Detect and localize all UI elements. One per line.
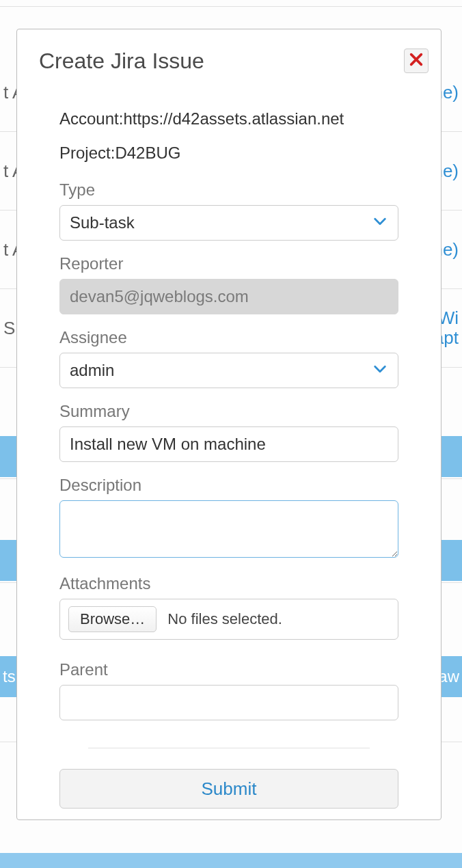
account-label: Account: <box>59 109 123 128</box>
reporter-label: Reporter <box>59 254 398 273</box>
bg-text: ts <box>3 667 16 686</box>
reporter-field <box>59 279 398 314</box>
submit-button[interactable]: Submit <box>59 769 398 809</box>
type-label: Type <box>59 180 398 200</box>
summary-input[interactable] <box>59 426 398 462</box>
description-textarea[interactable] <box>59 500 398 558</box>
modal-header: Create Jira Issue <box>39 49 429 74</box>
account-line: Account:https://d42assets.atlassian.net <box>59 109 398 128</box>
project-line: Project:D42BUG <box>59 144 398 163</box>
type-select[interactable] <box>59 205 398 241</box>
assignee-label: Assignee <box>59 328 398 347</box>
divider <box>88 748 370 748</box>
close-button[interactable] <box>404 49 429 73</box>
bg-text: S <box>3 318 15 339</box>
create-jira-issue-modal: Create Jira Issue Account:https://d42ass… <box>16 29 441 820</box>
type-select-wrap <box>59 205 398 241</box>
attachments-status: No files selected. <box>167 610 282 628</box>
description-label: Description <box>59 476 398 495</box>
bg-row: twork Broadc @ d42I <box>0 0 462 7</box>
browse-button[interactable]: Browse… <box>68 606 157 632</box>
attachments-label: Attachments <box>59 574 398 593</box>
modal-title: Create Jira Issue <box>39 49 204 74</box>
assignee-select[interactable] <box>59 353 398 388</box>
parent-label: Parent <box>59 660 398 679</box>
close-icon <box>409 52 424 70</box>
project-value: D42BUG <box>115 144 180 162</box>
project-label: Project: <box>59 144 115 162</box>
parent-input[interactable] <box>59 685 398 720</box>
assignee-select-wrap <box>59 353 398 388</box>
account-value: https://d42assets.atlassian.net <box>123 109 344 128</box>
summary-label: Summary <box>59 402 398 421</box>
bg-footer-bar <box>0 853 462 868</box>
attachments-box: Browse… No files selected. <box>59 599 398 640</box>
